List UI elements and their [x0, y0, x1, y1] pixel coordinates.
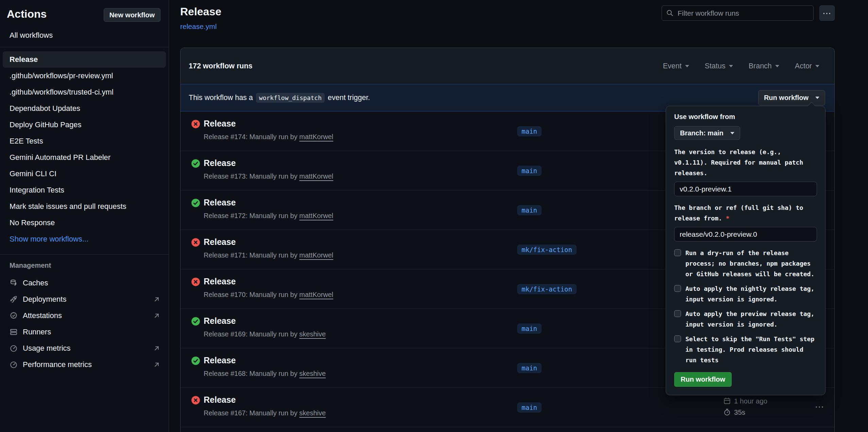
workflow-checkbox-row[interactable]: Select to skip the "Run Tests" step in t… — [674, 334, 817, 365]
branch-label[interactable]: main — [517, 402, 542, 413]
run-description: Release #168: Manually run by skeshive — [204, 370, 326, 378]
sidebar-item-management[interactable]: Usage metrics — [3, 340, 166, 356]
run-description: Release #170: Manually run by mattKorwel — [204, 291, 333, 299]
filter-workflow-runs — [662, 5, 814, 21]
checkbox[interactable] — [674, 335, 681, 342]
chevron-down-icon — [775, 65, 779, 67]
sidebar-item-workflow[interactable]: Mark stale issues and pull requests — [3, 198, 166, 215]
sidebar-item-workflow[interactable]: Dependabot Updates — [3, 100, 166, 117]
failure-icon — [191, 238, 200, 247]
run-title-link[interactable]: Release — [204, 316, 236, 326]
actor-link[interactable]: mattKorwel — [299, 212, 333, 219]
verified-icon — [10, 312, 18, 320]
chevron-down-icon — [730, 132, 734, 134]
filter-dropdown[interactable]: Branch — [749, 62, 779, 70]
sidebar-item-workflow[interactable]: Gemini Automated PR Labeler — [3, 149, 166, 166]
server-icon — [10, 328, 18, 336]
run-title-link[interactable]: Release — [204, 158, 236, 168]
run-workflow-submit-button[interactable]: Run workflow — [674, 372, 732, 387]
actor-link[interactable]: skeshive — [299, 370, 326, 377]
run-title-link[interactable]: Release — [204, 395, 236, 405]
actor-link[interactable]: mattKorwel — [299, 291, 333, 298]
run-title-link[interactable]: Release — [204, 119, 236, 129]
success-icon — [191, 356, 200, 365]
branch-label[interactable]: main — [517, 323, 542, 334]
banner-text: This workflow has a — [189, 94, 253, 102]
runs-filters: Event Status Branch Actor — [663, 62, 819, 70]
run-title-link[interactable]: Release — [204, 198, 236, 207]
sidebar-item-all-workflows[interactable]: All workflows — [10, 31, 169, 40]
filter-dropdown[interactable]: Actor — [795, 62, 819, 70]
gauge-icon — [10, 344, 18, 352]
actor-link[interactable]: mattKorwel — [299, 251, 333, 259]
sidebar-item-workflow[interactable]: Deploy GitHub Pages — [3, 117, 166, 133]
sidebar-item-workflow[interactable]: Gemini CLI CI — [3, 166, 166, 182]
sidebar-item-workflow[interactable]: No Response — [3, 215, 166, 231]
kebab-icon: ⋯ — [815, 402, 825, 412]
sidebar-item-management[interactable]: Caches — [3, 275, 166, 291]
sidebar-divider — [0, 254, 169, 255]
branch-label[interactable]: main — [517, 166, 542, 176]
use-workflow-from-heading: Use workflow from — [674, 113, 817, 121]
actor-link[interactable]: skeshive — [299, 409, 326, 417]
actor-link[interactable]: mattKorwel — [299, 172, 333, 180]
success-icon — [191, 159, 200, 168]
branch-label[interactable]: main — [517, 126, 542, 136]
actor-link[interactable]: mattKorwel — [299, 133, 333, 140]
checkbox[interactable] — [674, 249, 681, 256]
chevron-down-icon — [815, 65, 819, 67]
branch-label[interactable]: main — [517, 363, 542, 373]
stopwatch-icon — [723, 408, 731, 416]
workflow-checkbox-row[interactable]: Auto apply the nightly release tag, inpu… — [674, 283, 817, 304]
required-asterisk: * — [722, 215, 730, 222]
sidebar-item-workflow[interactable]: .github/workflows/pr-review.yml — [3, 68, 166, 84]
sidebar-item-workflow[interactable]: Integration Tests — [3, 182, 166, 198]
workflow-checkboxes: Run a dry-run of the release process; no… — [674, 248, 817, 365]
sidebar-item-workflow[interactable]: .github/workflows/trusted-ci.yml — [3, 84, 166, 100]
sidebar-item-workflow[interactable]: E2E Tests — [3, 133, 166, 149]
run-workflow-dropdown-button[interactable]: Run workflow — [758, 90, 825, 105]
checkbox[interactable] — [674, 285, 681, 292]
workflow-input-field[interactable] — [674, 182, 817, 196]
cache-icon — [10, 279, 18, 287]
sidebar-item-management[interactable]: Performance metrics — [3, 356, 166, 373]
kebab-icon: ⋯ — [822, 8, 832, 18]
run-title-link[interactable]: Release — [204, 355, 236, 365]
sidebar-item-management[interactable]: Deployments — [3, 291, 166, 308]
workflow-checkbox-row[interactable]: Auto apply the preview release tag, inpu… — [674, 309, 817, 330]
new-workflow-button[interactable]: New workflow — [104, 8, 160, 22]
run-time: 1 hour ago — [734, 397, 767, 405]
branch-label[interactable]: main — [517, 205, 542, 215]
workflow-list: Release .github/workflows/pr-review.yml … — [0, 47, 169, 231]
workflow-input-group: The version to release (e.g., v0.1.11). … — [674, 147, 817, 196]
input-description: The branch or ref (full git sha) to rele… — [674, 202, 817, 223]
failure-icon — [191, 396, 200, 405]
run-description: Release #172: Manually run by mattKorwel — [204, 212, 333, 220]
branch-label[interactable]: mk/fix-action — [517, 245, 577, 255]
filter-workflow-runs-input[interactable] — [662, 5, 814, 21]
branch-label[interactable]: mk/fix-action — [517, 284, 577, 294]
sidebar-item-management[interactable]: Runners — [3, 324, 166, 340]
banner-text: event trigger. — [328, 94, 370, 102]
input-description: The version to release (e.g., v0.1.11). … — [674, 147, 817, 178]
actions-sidebar: Actions New workflow All workflows Relea… — [0, 0, 169, 432]
filter-dropdown[interactable]: Status — [705, 62, 733, 70]
sidebar-item-workflow[interactable]: Release — [3, 51, 166, 68]
sidebar-item-management[interactable]: Attestations — [3, 308, 166, 324]
run-title-link[interactable]: Release — [204, 277, 236, 286]
run-title-link[interactable]: Release — [204, 237, 236, 247]
workflow-file-link[interactable]: release.yml — [180, 22, 217, 31]
workflow-checkbox-row[interactable]: Run a dry-run of the release process; no… — [674, 248, 817, 279]
external-link-icon — [153, 296, 160, 303]
checkbox[interactable] — [674, 310, 681, 317]
workflow-kebab-menu-button[interactable]: ⋯ — [819, 5, 835, 21]
rocket-icon — [10, 295, 18, 303]
run-kebab-menu[interactable]: ⋯ — [810, 401, 830, 412]
actor-link[interactable]: skeshive — [299, 330, 326, 338]
branch-select-button[interactable]: Branch: main — [674, 126, 740, 140]
failure-icon — [191, 277, 200, 286]
show-more-workflows-link[interactable]: Show more workflows... — [3, 231, 166, 247]
chevron-down-icon — [815, 97, 819, 99]
filter-dropdown[interactable]: Event — [663, 62, 689, 70]
workflow-input-field[interactable] — [674, 227, 817, 242]
